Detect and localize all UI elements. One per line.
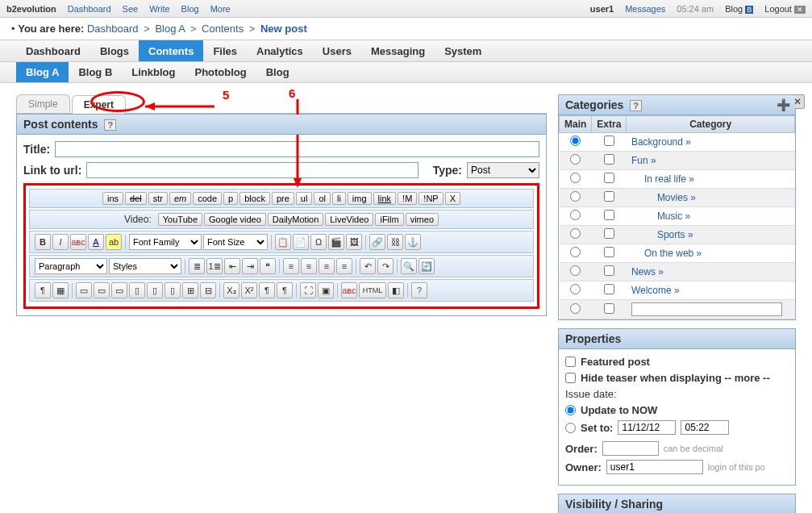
align-center-icon[interactable]: ≡ [301, 258, 317, 274]
sup-icon[interactable]: X² [241, 282, 257, 298]
subnav-blog-a[interactable]: Blog A [16, 62, 69, 82]
hide-teaser-check[interactable] [565, 373, 576, 383]
btn-em[interactable]: em [169, 192, 191, 205]
new-category-input[interactable] [631, 302, 782, 316]
indent-icon[interactable]: ⇥ [242, 258, 258, 274]
subnav-blog[interactable]: Blog [256, 62, 299, 82]
font-size-select[interactable]: Font Size [203, 234, 268, 250]
cat-link[interactable]: Fun [631, 155, 648, 166]
quote-icon[interactable]: ❝ [260, 258, 276, 274]
nav-analytics[interactable]: Analytics [247, 40, 313, 61]
btn-ol[interactable]: ol [314, 192, 331, 205]
bold-icon[interactable]: B [35, 234, 51, 250]
cat-link[interactable]: Movies [657, 192, 688, 203]
btn-block[interactable]: block [239, 192, 270, 205]
fullscreen-icon[interactable]: ⛶ [300, 282, 316, 298]
replace-icon[interactable]: 🔄 [418, 258, 435, 274]
blog-link[interactable]: Blog B [725, 4, 753, 14]
extra-check[interactable] [604, 173, 614, 183]
btn-ins[interactable]: ins [102, 192, 123, 205]
cat-link[interactable]: Music [657, 211, 682, 222]
redo-icon[interactable]: ↷ [377, 258, 394, 274]
char-icon[interactable]: Ω [310, 234, 327, 250]
tab-simple[interactable]: Simple [16, 94, 70, 113]
logout-link[interactable]: Logout ✕ [764, 4, 806, 14]
extra-check[interactable] [604, 247, 614, 257]
featured-check[interactable] [565, 357, 576, 367]
paragraph-select[interactable]: Paragraph [35, 258, 107, 274]
align-justify-icon[interactable]: ≡ [336, 258, 352, 274]
col-after-icon[interactable]: ▯ [147, 282, 163, 298]
rtl-icon[interactable]: ¶ [259, 282, 275, 298]
topnav-more[interactable]: More [210, 4, 231, 14]
main-radio[interactable] [570, 173, 581, 183]
col-del-icon[interactable]: ▯ [164, 282, 181, 298]
subnav-linkblog[interactable]: Linkblog [122, 62, 185, 82]
main-radio[interactable] [570, 284, 581, 294]
extra-check[interactable] [604, 210, 614, 220]
extra-check[interactable] [604, 154, 614, 165]
row-del-icon[interactable]: ▭ [111, 282, 127, 298]
anchor-icon[interactable]: ⚓ [405, 234, 421, 250]
btn-li[interactable]: li [332, 192, 346, 205]
btn-youtube[interactable]: YouTube [158, 213, 202, 226]
main-radio[interactable] [570, 136, 581, 146]
split-icon[interactable]: ⊞ [182, 282, 198, 298]
topnav-blog[interactable]: Blog [181, 4, 199, 14]
main-radio[interactable] [570, 154, 581, 165]
btn-code[interactable]: code [193, 192, 222, 205]
sub-icon[interactable]: X₂ [223, 282, 239, 298]
nav-system[interactable]: System [435, 40, 491, 61]
set-to-radio[interactable] [565, 423, 576, 433]
extra-check[interactable] [604, 265, 614, 276]
type-select[interactable]: Post [467, 162, 539, 178]
nav-contents[interactable]: Contents [139, 40, 203, 61]
tab-expert[interactable]: Expert [72, 95, 126, 114]
add-category-icon[interactable]: ➕ [777, 98, 790, 111]
merge-icon[interactable]: ⊟ [200, 282, 216, 298]
help-toolbar-icon[interactable]: ? [411, 282, 427, 298]
styles-select[interactable]: Styles [109, 258, 181, 274]
bc-contents[interactable]: Contents [202, 23, 244, 35]
title-input[interactable] [55, 141, 539, 157]
extra-check[interactable] [604, 136, 614, 146]
extra-check[interactable] [604, 191, 614, 202]
align-left-icon[interactable]: ≡ [283, 258, 299, 274]
cat-link[interactable]: Welcome [631, 285, 672, 296]
time-input[interactable] [681, 420, 729, 435]
btn-del[interactable]: del [125, 192, 147, 205]
btn-ul[interactable]: ul [296, 192, 313, 205]
btn-str[interactable]: str [148, 192, 168, 205]
main-radio[interactable] [570, 265, 581, 276]
btn-pre[interactable]: pre [272, 192, 294, 205]
link-url-input[interactable] [86, 162, 418, 178]
outdent-icon[interactable]: ⇤ [224, 258, 240, 274]
cat-link[interactable]: Background [631, 136, 683, 148]
italic-icon[interactable]: I [52, 234, 69, 250]
ltr2-icon[interactable]: ¶ [277, 282, 293, 298]
topnav-write[interactable]: Write [149, 4, 169, 14]
help-icon[interactable]: ? [104, 119, 116, 131]
btn-close-tags[interactable]: X [445, 192, 460, 205]
search-icon[interactable]: 🔍 [401, 258, 417, 274]
table-icon[interactable]: ▦ [52, 282, 69, 298]
date-input[interactable] [618, 420, 676, 435]
cat-link[interactable]: In real life [644, 173, 686, 185]
list-ul-icon[interactable]: ≣ [189, 258, 205, 274]
btn-dailymotion[interactable]: DailyMotion [268, 213, 323, 226]
paste-text-icon[interactable]: 📄 [293, 234, 309, 250]
topnav-see[interactable]: See [123, 4, 139, 14]
subnav-photoblog[interactable]: Photoblog [185, 62, 256, 82]
extra-check[interactable] [604, 284, 614, 294]
clean-icon[interactable]: аʙc [341, 282, 357, 298]
list-ol-icon[interactable]: 1≣ [206, 258, 223, 274]
btn-ifilm[interactable]: iFilm [375, 213, 403, 226]
row-before-icon[interactable]: ▭ [76, 282, 92, 298]
text-color-icon[interactable]: A [88, 234, 104, 250]
owner-input[interactable] [606, 460, 703, 474]
unlink-icon[interactable]: ⛓ [387, 234, 403, 250]
bc-dashboard[interactable]: Dashboard [87, 23, 139, 35]
paste-icon[interactable]: 📋 [275, 234, 291, 250]
font-family-select[interactable]: Font Family [129, 234, 202, 250]
btn-livevideo[interactable]: LiveVideo [325, 213, 373, 226]
